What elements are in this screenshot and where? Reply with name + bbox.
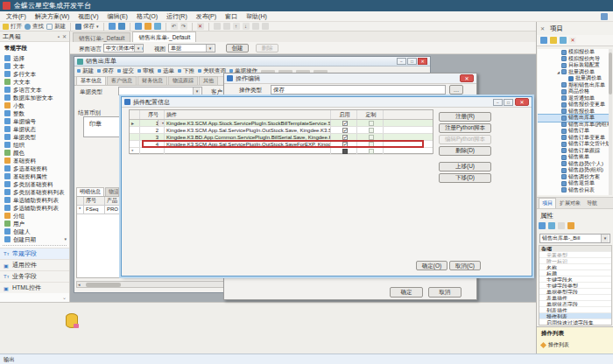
close-icon[interactable]: ✕ (418, 58, 427, 65)
detail-tab[interactable]: 明细信息 (76, 187, 104, 196)
toolbox-item[interactable]: 单据编号 (0, 117, 69, 125)
menu-item[interactable]: 窗口 (221, 12, 242, 21)
toolbox-item[interactable]: 大文本 (0, 78, 69, 86)
panel-tab[interactable]: 导航 (584, 199, 600, 208)
filter-icon[interactable] (567, 222, 574, 229)
menu-item[interactable]: 发布(P) (192, 12, 221, 21)
toolbox-category-button[interactable]: Tт 业务字段 (0, 270, 69, 282)
tree-item[interactable]: 模拟报价单 (538, 49, 610, 56)
create-button[interactable]: 创建 (226, 44, 249, 52)
undo-icon[interactable]: ↶ (171, 23, 178, 30)
custom-cell[interactable] (357, 127, 384, 133)
seal-field-box[interactable]: 印章 (83, 116, 122, 137)
menu-item[interactable]: 文件(F) (2, 12, 31, 21)
page-icon[interactable] (558, 222, 565, 229)
property-row[interactable]: 唯一标识 (539, 258, 611, 264)
cancel-button[interactable]: 取消 (428, 287, 462, 298)
tree-item[interactable]: 销售订单跟踪 (538, 148, 610, 155)
align-left-icon[interactable] (214, 23, 221, 30)
menu-item[interactable]: 运行(R) (162, 12, 192, 21)
enabled-cell[interactable] (331, 148, 357, 154)
scroll-left-icon[interactable]: ◂ (78, 282, 81, 287)
designer-tab[interactable]: 物流跟踪 (168, 76, 198, 85)
property-row[interactable]: 操作列表 (539, 313, 611, 319)
plugin-table-row[interactable]: ▸ 1 Kingdee.K3.SCM.App.Stock.ServicePlug… (130, 120, 433, 127)
menu-item[interactable]: 编辑(E) (103, 12, 132, 21)
delete-icon[interactable]: ✕ (569, 37, 576, 44)
menu-item[interactable]: 格式(O) (132, 12, 162, 21)
toolbox-item[interactable]: 多语言文本 (0, 86, 69, 94)
property-row[interactable]: 标题 (539, 270, 611, 276)
toolbox-item[interactable]: 创建人 (0, 228, 69, 235)
form-icon[interactable] (109, 23, 116, 30)
designer-tab[interactable]: 客户信息 (107, 76, 137, 85)
plugin-table-row[interactable]: 3 Kingdee.K3.BD.App.Common.ServicePlugIn… (130, 134, 433, 141)
property-row[interactable]: 元素类型 (539, 252, 611, 258)
save-button[interactable]: 保存▾ (75, 23, 99, 31)
toolbox-item[interactable]: 颜色 (0, 149, 69, 157)
document-tab[interactable]: 销售订单-_Default (73, 32, 130, 42)
maximize-icon[interactable]: □ (504, 99, 513, 106)
minimize-icon[interactable]: − (493, 99, 503, 106)
bill-type-select[interactable] (118, 87, 202, 95)
panel-tab[interactable]: 项目 (539, 198, 556, 208)
tree-item[interactable]: 目标装箱配置 (538, 62, 610, 69)
delete-icon[interactable]: ✕ (197, 23, 204, 30)
designer-toolbar-button[interactable]: 保存 (97, 67, 114, 75)
toolbox-item[interactable]: 数据库加密文本 (0, 94, 69, 102)
tree-item[interactable]: 销售趋势(组织) (538, 167, 610, 174)
enabled-checkbox[interactable] (342, 121, 348, 126)
toolbox-item[interactable]: 基础资料 (0, 157, 69, 164)
toolbox-item[interactable]: 单据状态 (0, 125, 69, 133)
grid-cell-seq[interactable]: FSeq (84, 206, 105, 214)
categorize-icon[interactable] (539, 222, 546, 229)
menu-item[interactable]: 帮助(H) (242, 12, 271, 21)
plugin-action-button[interactable]: 编辑Python脚本 (439, 135, 491, 144)
plugin-table-row[interactable]: * (130, 148, 433, 155)
tree-scrollbar[interactable] (609, 49, 612, 195)
toolbox-category-button[interactable]: ▣ HTML控件 (0, 282, 69, 293)
tree-item[interactable]: 销售价目表 (538, 187, 610, 194)
tree-item[interactable]: 销售订单交货计划 (538, 141, 610, 148)
tree-item[interactable]: 模拟报价向导 (538, 56, 610, 63)
search-button[interactable]: 查找 (25, 23, 44, 31)
operation-type-field[interactable]: 保存 (271, 85, 446, 94)
designer-tab[interactable]: 财务信息 (137, 76, 167, 85)
property-row[interactable]: 杂项 (539, 246, 611, 252)
toolbox-item[interactable]: 多类别基础资料 (0, 180, 69, 188)
new-button[interactable]: 新建 (46, 23, 66, 31)
toolbox-item[interactable]: 单据类型 (0, 133, 69, 141)
sort-az-icon[interactable] (548, 222, 555, 229)
property-row[interactable]: 单据状态字段 (539, 301, 611, 307)
object-select[interactable]: 销售出库单-_Bill (539, 234, 610, 243)
enabled-checkbox[interactable] (342, 135, 348, 140)
tree-item[interactable]: 销售订单变更单 (538, 135, 610, 142)
toolbox-item[interactable]: 用户 (0, 220, 69, 228)
toolbox-item[interactable]: 基础资料属性 (0, 172, 69, 180)
custom-checkbox[interactable] (369, 142, 374, 147)
tree-item[interactable]: 销售账单 (538, 154, 610, 161)
enabled-cell[interactable] (331, 141, 357, 147)
custom-checkbox[interactable] (369, 128, 374, 133)
layout-icon[interactable] (252, 23, 259, 30)
property-row[interactable]: 主键字段名 (539, 276, 611, 283)
designer-toolbar-button[interactable]: 选单 (158, 67, 174, 75)
tree-item[interactable]: 销售退货单 (538, 180, 610, 187)
document-tab[interactable]: 销售出库单-_Default (132, 32, 196, 42)
plugin-table-row[interactable]: 4 Kingdee.K3.SCM.App.Sal.ServicePlugIn.O… (130, 141, 433, 148)
ok-button[interactable]: 确定 (390, 287, 423, 298)
toolbox-item[interactable]: 多选基础资料 (0, 164, 69, 172)
chevron-down-icon[interactable]: ⌄ (62, 294, 67, 300)
minimize-icon[interactable]: − (397, 58, 406, 65)
plugin-action-button[interactable]: 删除(D) (439, 146, 491, 156)
size-icon[interactable] (262, 23, 269, 30)
designer-toolbar-button[interactable]: 提交 (117, 67, 134, 75)
property-row[interactable]: 表单插件 (539, 295, 611, 301)
menu-item[interactable]: 视图(V) (74, 12, 102, 21)
table-icon[interactable] (154, 23, 161, 30)
delete-button[interactable]: 删除 (256, 44, 278, 52)
designer-tab[interactable]: 其他 (199, 76, 218, 85)
output-tab[interactable]: 输出 (4, 356, 15, 362)
tree-item[interactable]: 批量调价单 (538, 69, 610, 76)
property-row[interactable]: 主键字段类型 (539, 283, 611, 289)
